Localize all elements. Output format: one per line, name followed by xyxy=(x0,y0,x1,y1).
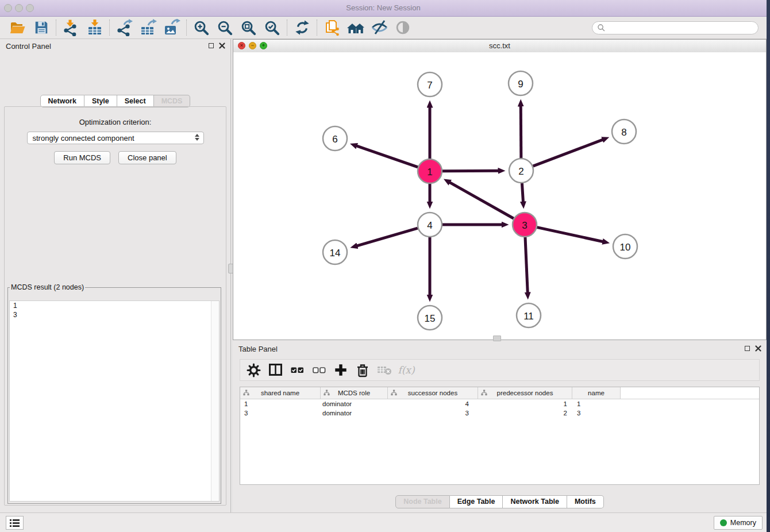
graph-node-3[interactable]: 3 xyxy=(513,213,537,237)
graph-node-15[interactable]: 15 xyxy=(418,306,442,330)
graph-node-9[interactable]: 9 xyxy=(509,71,533,95)
graph-node-2[interactable]: 2 xyxy=(509,159,533,183)
graph-node-10[interactable]: 10 xyxy=(613,234,637,259)
column-header-shared-name[interactable]: shared name xyxy=(240,387,321,399)
search-input[interactable] xyxy=(606,23,753,32)
zoom-in-icon[interactable] xyxy=(190,18,213,37)
splitter-grip[interactable] xyxy=(493,336,501,341)
network-canvas[interactable]: 7968124314101511 xyxy=(233,52,766,340)
tab-network-table[interactable]: Network Table xyxy=(503,495,567,508)
cell-successor-nodes: 4 xyxy=(388,400,478,407)
visibility-slash-icon[interactable] xyxy=(367,18,391,37)
cell-shared-name: 3 xyxy=(240,410,321,417)
hierarchy-icon xyxy=(243,390,249,396)
graph-edge-3-11[interactable] xyxy=(525,237,528,293)
graph-node-7[interactable]: 7 xyxy=(418,72,442,97)
column-header-mcds-role[interactable]: MCDS role xyxy=(321,387,388,399)
search-field[interactable] xyxy=(592,21,759,34)
export-network-icon[interactable] xyxy=(113,18,136,37)
table-row[interactable]: 1 dominator 4 1 1 xyxy=(240,399,759,408)
memory-label: Memory xyxy=(730,519,756,527)
criterion-value: strongly connected component xyxy=(33,134,134,142)
run-mcds-button[interactable]: Run MCDS xyxy=(54,151,110,164)
memory-button[interactable]: Memory xyxy=(714,516,763,530)
mcds-result-list: 1 3 xyxy=(9,300,220,502)
application-window: Session: New Session xyxy=(0,0,767,532)
tab-network[interactable]: Network xyxy=(40,95,84,107)
mcds-result-title: MCDS result (2 nodes) xyxy=(10,283,85,291)
svg-text:4: 4 xyxy=(427,220,432,231)
visibility-disabled-icon[interactable] xyxy=(391,18,414,37)
toolbar-separator xyxy=(317,20,317,36)
svg-text:10: 10 xyxy=(620,242,631,253)
result-scrollbar[interactable] xyxy=(211,301,219,501)
export-table-icon[interactable] xyxy=(136,18,160,37)
graph-node-4[interactable]: 4 xyxy=(418,213,442,237)
tab-select[interactable]: Select xyxy=(117,95,154,107)
delete-row-icon[interactable] xyxy=(352,361,374,379)
graph-node-14[interactable]: 14 xyxy=(323,240,347,264)
open-folder-icon[interactable] xyxy=(6,18,29,37)
zoom-out-icon[interactable] xyxy=(213,18,237,37)
mcds-result-group: MCDS result (2 nodes) 1 3 xyxy=(7,283,221,504)
svg-text:9: 9 xyxy=(518,79,523,90)
graph-node-1[interactable]: 1 xyxy=(418,159,442,183)
cell-predecessor-nodes: 2 xyxy=(478,410,572,417)
tab-style[interactable]: Style xyxy=(84,95,117,107)
cell-mcds-role: dominator xyxy=(321,400,388,407)
graph-edge-2-3[interactable] xyxy=(522,183,523,202)
close-window-icon[interactable] xyxy=(4,4,12,12)
control-panel-tabs: Network Style Select MCDS xyxy=(0,95,230,107)
export-image-icon[interactable] xyxy=(160,18,183,37)
graph-edge-3-10[interactable] xyxy=(537,228,603,242)
close-panel-icon[interactable] xyxy=(755,345,761,352)
graph-edge-1-6[interactable] xyxy=(356,146,418,167)
column-header-predecessor-nodes[interactable]: predecessor nodes xyxy=(478,387,572,399)
graph-node-6[interactable]: 6 xyxy=(323,126,347,151)
split-pane-icon[interactable] xyxy=(264,361,286,379)
table-row[interactable]: 3 dominator 3 2 3 xyxy=(240,408,759,418)
column-header-name[interactable]: name xyxy=(572,387,621,399)
tab-mcds[interactable]: MCDS xyxy=(154,95,191,107)
tab-edge-table[interactable]: Edge Table xyxy=(450,495,503,508)
zoom-fit-icon[interactable] xyxy=(237,18,260,37)
minimize-window-icon[interactable] xyxy=(15,4,23,12)
search-icon xyxy=(597,24,606,32)
import-table-icon[interactable] xyxy=(83,18,106,37)
graph-edge-2-9[interactable] xyxy=(521,106,521,158)
graph-edge-3-1[interactable] xyxy=(449,182,514,218)
criterion-select[interactable]: strongly connected component xyxy=(27,132,204,144)
svg-text:14: 14 xyxy=(330,248,341,259)
select-all-rows-icon[interactable] xyxy=(286,361,308,379)
task-history-button[interactable] xyxy=(6,516,24,530)
network-graph[interactable]: 7968124314101511 xyxy=(233,52,766,340)
refresh-layout-icon[interactable] xyxy=(290,18,314,37)
tab-node-table[interactable]: Node Table xyxy=(395,495,449,508)
graph-edge-1-2[interactable] xyxy=(442,171,499,171)
svg-text:8: 8 xyxy=(621,127,626,138)
tab-motifs[interactable]: Motifs xyxy=(567,495,604,508)
list-icon xyxy=(9,519,20,527)
main-toolbar xyxy=(0,17,767,39)
save-icon[interactable] xyxy=(29,18,53,37)
network-window-titlebar: × − + scc.txt xyxy=(233,40,766,53)
clone-network-icon[interactable] xyxy=(320,18,344,37)
graph-node-8[interactable]: 8 xyxy=(612,119,636,144)
gear-icon[interactable] xyxy=(242,361,264,379)
graph-edge-4-14[interactable] xyxy=(356,228,417,246)
graph-edge-2-8[interactable] xyxy=(533,140,603,166)
close-panel-icon[interactable] xyxy=(219,43,225,49)
add-row-icon[interactable] xyxy=(330,361,352,379)
column-header-successor-nodes[interactable]: successor nodes xyxy=(388,387,478,399)
import-network-icon[interactable] xyxy=(59,18,83,37)
zoom-window-icon[interactable] xyxy=(26,4,34,12)
toolbar-separator xyxy=(56,20,56,36)
close-panel-button[interactable]: Close panel xyxy=(118,151,176,164)
houses-icon[interactable] xyxy=(344,18,367,37)
graph-node-11[interactable]: 11 xyxy=(517,303,541,327)
float-panel-icon[interactable] xyxy=(209,43,214,48)
function-builder-icon-disabled: f(x) xyxy=(395,361,417,379)
float-panel-icon[interactable] xyxy=(745,346,750,351)
unselect-all-rows-icon[interactable] xyxy=(308,361,330,379)
zoom-selected-icon[interactable] xyxy=(260,18,284,37)
